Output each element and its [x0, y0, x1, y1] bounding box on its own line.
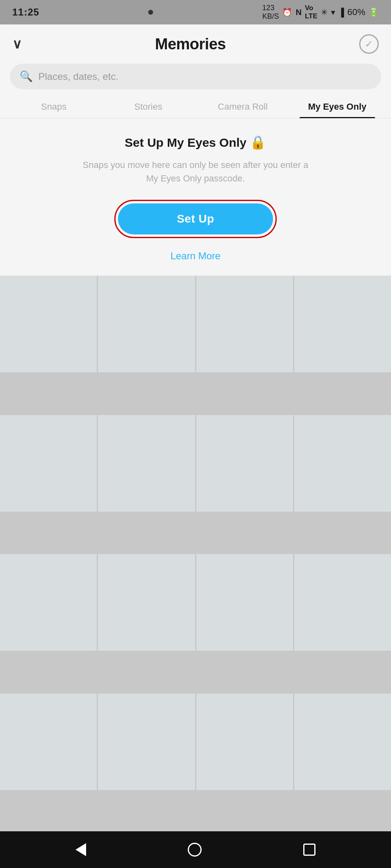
- setup-button[interactable]: Set Up: [118, 203, 273, 234]
- photo-cell: [98, 694, 195, 790]
- page-title: Memories: [155, 35, 226, 53]
- photo-grid: [0, 276, 391, 831]
- tab-stories[interactable]: Stories: [101, 96, 196, 118]
- battery-text: 60%: [347, 7, 365, 18]
- select-button[interactable]: ✓: [359, 34, 379, 54]
- setup-title: Set Up My Eyes Only 🔒: [12, 135, 379, 150]
- my-eyes-only-content: Set Up My Eyes Only 🔒 Snaps you move her…: [0, 118, 391, 274]
- search-container: 🔍 Places, dates, etc.: [0, 60, 391, 96]
- search-icon: 🔍: [20, 70, 33, 83]
- photo-cell: [294, 694, 391, 790]
- tab-camera-roll[interactable]: Camera Roll: [196, 96, 290, 118]
- alarm-icon: ⏰: [282, 7, 292, 17]
- photo-cell: [0, 694, 97, 790]
- network-icon: 123KB/S: [262, 4, 279, 21]
- status-dot: [148, 10, 153, 15]
- search-input[interactable]: Places, dates, etc.: [38, 71, 118, 82]
- volte-icon: VoLTE: [305, 4, 318, 20]
- photo-cell: [294, 415, 391, 512]
- photo-cell: [98, 276, 195, 372]
- nfc-icon: N: [295, 8, 301, 17]
- bottom-nav: [0, 831, 391, 868]
- status-time: 11:25: [12, 7, 39, 18]
- back-button[interactable]: [76, 843, 86, 856]
- recent-icon: [303, 844, 315, 856]
- photo-cell: [0, 276, 97, 372]
- setup-button-wrapper: Set Up: [12, 200, 379, 238]
- wifi-icon: ▾: [331, 7, 335, 17]
- photo-cell: [98, 415, 195, 512]
- tab-snaps[interactable]: Snaps: [7, 96, 101, 118]
- header: ∨ Memories ✓: [0, 24, 391, 60]
- setup-description: Snaps you move here can only be seen aft…: [81, 158, 310, 185]
- collapse-button[interactable]: ∨: [12, 36, 22, 52]
- back-icon: [76, 843, 86, 856]
- photo-cell: [196, 276, 293, 372]
- search-bar[interactable]: 🔍 Places, dates, etc.: [10, 64, 381, 89]
- check-icon: ✓: [365, 38, 373, 50]
- app-container: ∨ Memories ✓ 🔍 Places, dates, etc. Snaps…: [0, 24, 391, 831]
- bluetooth-icon: ✳: [321, 7, 328, 17]
- photo-cell: [98, 554, 195, 651]
- photo-cell: [196, 415, 293, 512]
- lock-icon: 🔒: [250, 135, 266, 150]
- photo-cell: [196, 554, 293, 651]
- recent-apps-button[interactable]: [303, 844, 315, 856]
- battery-icon: 🔋: [369, 7, 379, 17]
- photo-cell: [294, 554, 391, 651]
- home-button[interactable]: [188, 843, 202, 857]
- home-icon: [188, 843, 202, 857]
- photo-cell: [0, 554, 97, 651]
- setup-button-outline: Set Up: [114, 200, 277, 238]
- photo-cell: [0, 415, 97, 512]
- status-icons: 123KB/S ⏰ N VoLTE ✳ ▾ ▐ 60% 🔋: [262, 4, 379, 21]
- photo-cell: [196, 694, 293, 790]
- signal-icon: ▐: [338, 8, 344, 17]
- tab-my-eyes-only[interactable]: My Eyes Only: [290, 96, 385, 118]
- tabs-container: Snaps Stories Camera Roll My Eyes Only: [0, 96, 391, 118]
- learn-more-link[interactable]: Learn More: [171, 250, 221, 261]
- status-bar: 11:25 123KB/S ⏰ N VoLTE ✳ ▾ ▐ 60% 🔋: [0, 0, 391, 24]
- photo-cell: [294, 276, 391, 372]
